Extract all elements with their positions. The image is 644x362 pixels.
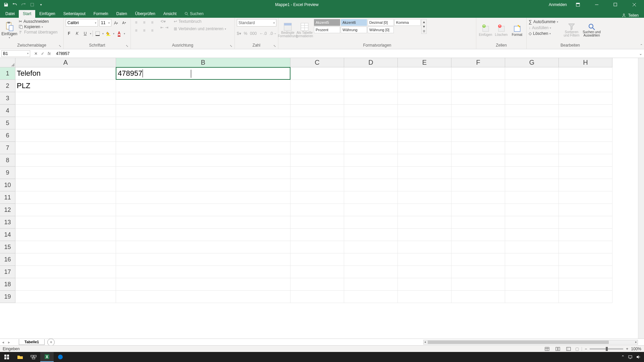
launcher-icon[interactable]: ⤡ <box>230 44 232 48</box>
cell-B11[interactable] <box>116 191 290 204</box>
cell-D5[interactable] <box>344 117 398 129</box>
cell-A14[interactable] <box>15 229 116 241</box>
cell-A10[interactable] <box>15 179 116 191</box>
cell-F14[interactable] <box>451 229 505 241</box>
cell-D2[interactable] <box>344 80 398 92</box>
copy-button[interactable]: Kopieren ▾ <box>19 24 57 29</box>
italic-button[interactable]: K <box>74 30 80 37</box>
cell-H9[interactable] <box>559 167 612 179</box>
add-sheet-button[interactable]: + <box>47 339 55 346</box>
cell-F8[interactable] <box>451 154 505 167</box>
cell-C14[interactable] <box>290 229 344 241</box>
cell-C9[interactable] <box>290 167 344 179</box>
zoom-thumb[interactable] <box>606 347 608 351</box>
cell-E17[interactable] <box>398 266 451 278</box>
find-select-button[interactable]: Suchen und Auswählen <box>582 19 601 41</box>
collapse-ribbon-icon[interactable]: ⌃ <box>640 44 643 47</box>
cell-E4[interactable] <box>398 105 451 117</box>
cell-B9[interactable] <box>116 167 290 179</box>
cell-A8[interactable] <box>15 154 116 167</box>
cell-D10[interactable] <box>344 179 398 191</box>
col-header-G[interactable]: G <box>505 58 559 67</box>
increase-indent-icon[interactable]: ⇥ <box>165 25 168 30</box>
sort-filter-button[interactable]: Sortieren und Filtern <box>562 19 581 41</box>
fill-button[interactable]: ↓Ausfüllen ▾ <box>529 25 558 30</box>
close-icon[interactable] <box>627 0 642 9</box>
horizontal-scrollbar[interactable]: ◂ ▸ <box>423 340 638 345</box>
cell-G13[interactable] <box>505 216 559 229</box>
cell-D12[interactable] <box>344 204 398 216</box>
cell-H5[interactable] <box>559 117 612 129</box>
cell-G16[interactable] <box>505 253 559 266</box>
cancel-edit-icon[interactable]: ✕ <box>34 51 38 56</box>
style-dezimal[interactable]: Dezimal [0] <box>368 19 394 26</box>
cell-D7[interactable] <box>344 142 398 154</box>
cell-B19[interactable] <box>116 291 290 303</box>
col-header-C[interactable]: C <box>290 58 344 67</box>
sheet-tab-1[interactable]: Tabelle1 <box>19 339 45 345</box>
row-header-2[interactable]: 2 <box>0 80 15 92</box>
cell-G4[interactable] <box>505 105 559 117</box>
cell-C2[interactable] <box>290 80 344 92</box>
page-layout-view-icon[interactable] <box>554 346 562 352</box>
cell-E11[interactable] <box>398 191 451 204</box>
cell-H13[interactable] <box>559 216 612 229</box>
undo-icon[interactable] <box>11 1 19 9</box>
cell-D6[interactable] <box>344 129 398 142</box>
cell-H3[interactable] <box>559 92 612 105</box>
increase-decimal-icon[interactable]: ←.0 <box>259 31 267 36</box>
cell-C17[interactable] <box>290 266 344 278</box>
font-size-select[interactable]: 11▾ <box>99 19 111 26</box>
cell-F4[interactable] <box>451 105 505 117</box>
cell-F11[interactable] <box>451 191 505 204</box>
cell-G14[interactable] <box>505 229 559 241</box>
row-header-5[interactable]: 5 <box>0 117 15 129</box>
percent-icon[interactable]: % <box>244 31 248 36</box>
paste-button[interactable]: Einfügen ▾ <box>2 19 17 41</box>
gallery-expand-button[interactable]: ▴▾≡ <box>421 19 427 34</box>
cell-A16[interactable] <box>15 253 116 266</box>
cell-H12[interactable] <box>559 204 612 216</box>
cell-B5[interactable] <box>116 117 290 129</box>
cell-A3[interactable] <box>15 92 116 105</box>
zoom-out-button[interactable]: − <box>585 347 587 351</box>
cell-H11[interactable] <box>559 191 612 204</box>
cell-E9[interactable] <box>398 167 451 179</box>
cell-C1[interactable] <box>290 67 344 80</box>
zoom-in-button[interactable]: + <box>626 347 628 351</box>
cell-H7[interactable] <box>559 142 612 154</box>
select-all-button[interactable] <box>0 58 15 67</box>
cell-F7[interactable] <box>451 142 505 154</box>
row-header-9[interactable]: 9 <box>0 167 15 179</box>
cell-C3[interactable] <box>290 92 344 105</box>
row-header-1[interactable]: 1 <box>0 67 15 80</box>
row-header-14[interactable]: 14 <box>0 229 15 241</box>
cell-H17[interactable] <box>559 266 612 278</box>
cell-H16[interactable] <box>559 253 612 266</box>
cell-E8[interactable] <box>398 154 451 167</box>
cell-B17[interactable] <box>116 266 290 278</box>
cell-C4[interactable] <box>290 105 344 117</box>
cell-A19[interactable] <box>15 291 116 303</box>
row-header-10[interactable]: 10 <box>0 179 15 191</box>
cell-G9[interactable] <box>505 167 559 179</box>
decrease-font-icon[interactable]: A▾ <box>121 19 127 26</box>
comma-icon[interactable]: 000 <box>250 31 257 36</box>
cell-A11[interactable] <box>15 191 116 204</box>
touch-mode-icon[interactable] <box>28 1 36 9</box>
cell-B15[interactable] <box>116 241 290 253</box>
wrap-text-button[interactable]: ↩Textumbruch <box>174 19 226 24</box>
cell-D13[interactable] <box>344 216 398 229</box>
minimize-icon[interactable] <box>589 0 604 9</box>
tray-chevron-icon[interactable]: ⌃ <box>621 355 625 359</box>
cell-E19[interactable] <box>398 291 451 303</box>
cell-C18[interactable] <box>290 278 344 291</box>
name-box[interactable]: B1▾ <box>1 50 30 57</box>
row-header-8[interactable]: 8 <box>0 154 15 167</box>
row-header-6[interactable]: 6 <box>0 129 15 142</box>
cell-H14[interactable] <box>559 229 612 241</box>
cell-A9[interactable] <box>15 167 116 179</box>
tray-volume-icon[interactable] <box>636 355 641 359</box>
cell-E5[interactable] <box>398 117 451 129</box>
format-painter-button[interactable]: Format übertragen <box>19 30 57 35</box>
